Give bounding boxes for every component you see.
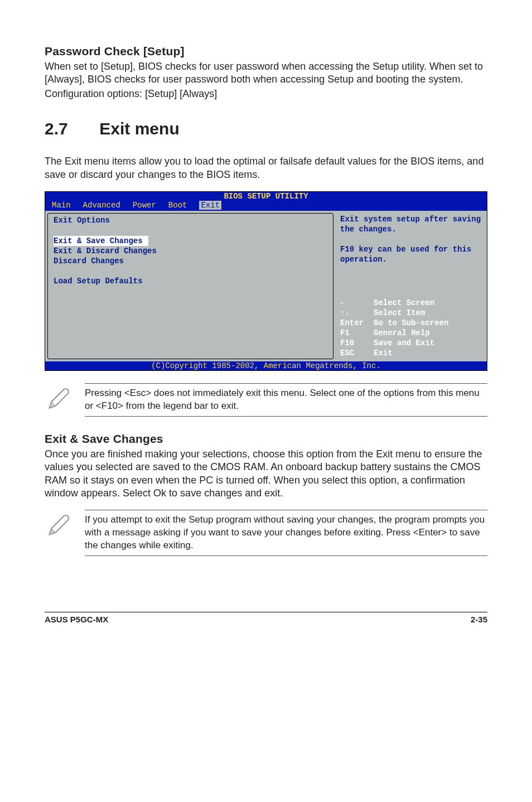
bios-title: BIOS SETUP UTILITY (45, 192, 487, 201)
key-esc-action: Exit (374, 348, 393, 358)
pwcheck-heading: Password Check [Setup] (45, 45, 487, 58)
chapter-heading: 2.7 Exit menu (45, 119, 487, 138)
bios-footer: (C)Copyright 1985-2002, American Megatre… (45, 361, 487, 370)
bios-left-title: Exit Options (54, 216, 327, 225)
bios-menubar: Main Advanced Power Boot Exit (45, 201, 487, 211)
key-updown-action: Select Item (374, 308, 425, 318)
chapter-number: 2.7 (45, 119, 95, 138)
pencil-icon (45, 510, 72, 538)
bios-option-load-defaults[interactable]: Load Setup Defaults (54, 276, 327, 286)
bios-option-save[interactable]: Exit & Save Changes (54, 236, 148, 246)
key-f10-action: Save and Exit (374, 338, 434, 348)
key-enter: Enter (340, 318, 374, 328)
exit-intro: The Exit menu items allow you to load th… (45, 155, 487, 181)
note-exit-text: If you attempt to exit the Setup program… (85, 510, 487, 556)
bios-help-text: Exit system setup after saving the chang… (340, 214, 482, 264)
key-enter-action: Go to Sub-screen (374, 318, 448, 328)
key-f1-action: General Help (374, 328, 430, 338)
bios-option-blank (54, 266, 327, 276)
bios-tab-exit[interactable]: Exit (199, 201, 221, 210)
bios-option-discard-changes[interactable]: Discard Changes (54, 256, 327, 266)
exitsave-para: Once you are finished making your select… (45, 448, 487, 500)
bios-tab-main[interactable]: Main (52, 201, 71, 210)
key-updown-icon: ↑↓ (340, 308, 374, 318)
bios-tab-boot[interactable]: Boot (168, 201, 187, 210)
bios-tab-power[interactable]: Power (133, 201, 156, 210)
pencil-icon (45, 383, 72, 411)
note-esc: Pressing <Esc> does not immediately exit… (45, 383, 487, 417)
bios-keys-legend: ←Select Screen ↑↓Select Item EnterGo to … (340, 298, 482, 358)
footer-product: ASUS P5GC-MX (45, 615, 108, 624)
footer-page-number: 2-35 (471, 615, 487, 624)
pwcheck-para: When set to [Setup], BIOS checks for use… (45, 60, 487, 86)
chapter-title: Exit menu (99, 119, 179, 138)
bios-option-discard[interactable]: Exit & Discard Changes (54, 246, 327, 256)
key-f10: F10 (340, 338, 374, 348)
note-esc-text: Pressing <Esc> does not immediately exit… (85, 383, 487, 417)
key-left-icon: ← (340, 298, 374, 308)
page-footer: ASUS P5GC-MX 2-35 (45, 612, 487, 624)
bios-tab-advanced[interactable]: Advanced (83, 201, 120, 210)
key-esc: ESC (340, 348, 374, 358)
key-left-action: Select Screen (374, 298, 434, 308)
note-exit: If you attempt to exit the Setup program… (45, 510, 487, 556)
bios-screenshot: BIOS SETUP UTILITY Main Advanced Power B… (45, 191, 487, 371)
key-f1: F1 (340, 328, 374, 338)
exitsave-heading: Exit & Save Changes (45, 432, 487, 446)
pwcheck-config: Configuration options: [Setup] [Always] (45, 88, 487, 100)
